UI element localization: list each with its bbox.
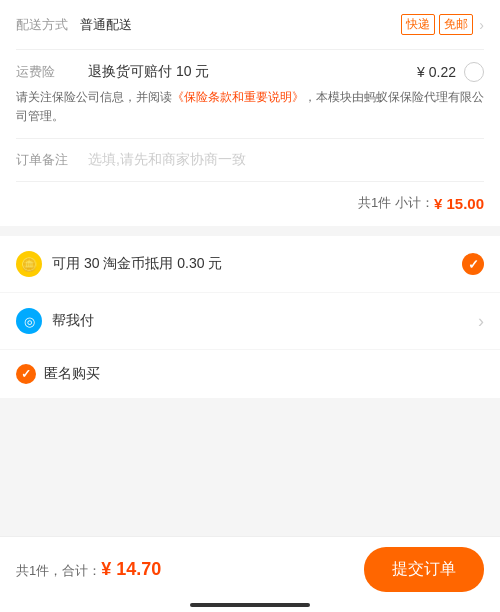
summary-subtotal-label: 小计：	[395, 194, 434, 212]
insurance-note1: 请关注保险公司信息，并阅读	[16, 90, 172, 104]
summary-count: 共1件	[358, 194, 391, 212]
top-section: 配送方式 普通配送 快递 免邮 › 运费险 退换货可赔付 10 元 ¥ 0.22…	[0, 0, 500, 226]
insurance-right: ¥ 0.22	[417, 62, 484, 82]
anonymous-row[interactable]: ✓ 匿名购买	[0, 350, 500, 398]
tag-express: 快递	[401, 14, 435, 35]
insurance-left: 运费险 退换货可赔付 10 元	[16, 63, 209, 81]
coin-icon: 🪙	[16, 251, 42, 277]
bottom-summary: 共1件，合计：¥ 14.70	[16, 559, 161, 580]
summary-row: 共1件 小计： ¥ 15.00	[16, 182, 484, 226]
submit-button[interactable]: 提交订单	[364, 547, 484, 592]
tag-free: 免邮	[439, 14, 473, 35]
delivery-row[interactable]: 配送方式 普通配送 快递 免邮 ›	[16, 0, 484, 50]
anonymous-text: 匿名购买	[44, 365, 100, 383]
help-pay-arrow: ›	[478, 311, 484, 332]
help-pay-row[interactable]: ◎ 帮我付 ›	[0, 293, 500, 350]
delivery-tags: 快递 免邮	[401, 14, 473, 35]
middle-section: 🪙 可用 30 淘金币抵用 0.30 元 ✓ ◎ 帮我付 › ✓ 匿名购买	[0, 236, 500, 398]
anon-check-mark: ✓	[21, 367, 31, 381]
arrow-right-icon: ›	[479, 17, 484, 33]
footer-total: ¥ 14.70	[101, 559, 161, 579]
delivery-label: 配送方式	[16, 16, 72, 34]
insurance-checkbox[interactable]	[464, 62, 484, 82]
check-mark: ✓	[468, 257, 479, 272]
coin-benefit-row[interactable]: 🪙 可用 30 淘金币抵用 0.30 元 ✓	[0, 236, 500, 293]
bottom-bar: 共1件，合计：¥ 14.70 提交订单	[0, 536, 500, 612]
anonymous-check-icon[interactable]: ✓	[16, 364, 36, 384]
order-note-row[interactable]: 订单备注 选填,请先和商家协商一致	[16, 139, 484, 182]
insurance-desc-short: 退换货可赔付 10 元	[88, 63, 209, 81]
pay-icon: ◎	[16, 308, 42, 334]
insurance-price: ¥ 0.22	[417, 64, 456, 80]
insurance-top: 运费险 退换货可赔付 10 元 ¥ 0.22	[16, 62, 484, 82]
note-top: 订单备注 选填,请先和商家协商一致	[16, 151, 484, 169]
delivery-right: 快递 免邮 ›	[401, 14, 484, 35]
coin-benefit-text: 可用 30 淘金币抵用 0.30 元	[52, 255, 462, 273]
home-indicator	[190, 603, 310, 607]
coin-check-icon[interactable]: ✓	[462, 253, 484, 275]
note-placeholder: 选填,请先和商家协商一致	[88, 151, 246, 169]
note-label: 订单备注	[16, 151, 72, 169]
summary-subtotal: ¥ 15.00	[434, 195, 484, 212]
help-pay-text: 帮我付	[52, 312, 478, 330]
insurance-label: 运费险	[16, 63, 72, 81]
insurance-desc: 请关注保险公司信息，并阅读《保险条款和重要说明》，本模块由蚂蚁保保险代理有限公司…	[16, 88, 484, 126]
footer-count: 共1件，合计：	[16, 563, 101, 578]
delivery-value: 普通配送	[80, 16, 401, 34]
insurance-link[interactable]: 《保险条款和重要说明》	[172, 90, 304, 104]
insurance-row: 运费险 退换货可赔付 10 元 ¥ 0.22 请关注保险公司信息，并阅读《保险条…	[16, 50, 484, 139]
